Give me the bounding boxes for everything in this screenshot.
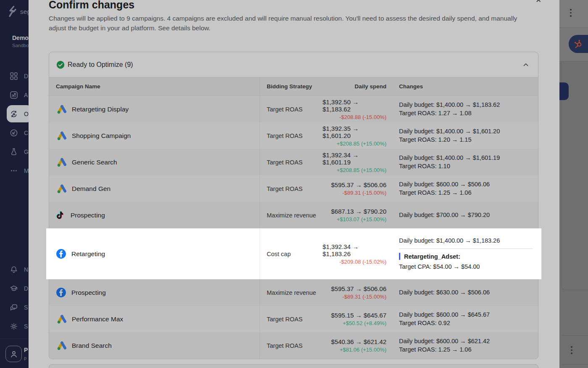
sidebar-item-arrow-circle[interactable]: C [0,123,29,142]
spend-delta: -$208.88 (-15.00%) [339,114,386,120]
daily-spend-cell: $540.36 → $621.42 +$81.06 (+15.00%) [323,332,390,359]
spend-delta: +$103.07 (+15.00%) [336,216,386,222]
sidebar-item-cap[interactable]: D [0,279,29,298]
changes-cell: Daily budget: $600.00 → $506.06Target RO… [390,175,538,202]
more-menu-icon[interactable] [571,346,572,354]
daily-spend-cell: $595.37 → $506.06 -$89.31 (-15.00%) [323,175,390,202]
changes-cell: Daily budget: $1,400.00 → $1,183.62Targe… [390,96,538,122]
daily-spend: $1,392.34 → $1,601.19 [323,151,386,166]
campaign-name: Shopping Campaign [72,132,131,140]
sidebar-item-chat[interactable]: S [0,298,29,317]
workspace-switcher[interactable]: Demo Sandbo [12,34,29,48]
sidebar-item-flask[interactable]: G [0,142,29,161]
daily-spend: $595.37 → $506.06 [331,181,386,188]
table-row[interactable]: Performance Max Target ROAS $595.15 → $6… [49,306,538,332]
daily-spend-cell: $687.13 → $790.20 +$103.07 (+15.00%) [323,202,390,228]
column-header-campaign: Campaign Name [49,83,260,90]
sidebar-item-gear[interactable]: S [0,317,29,336]
change-line: Daily budget: $600.00 → $621.42 [399,337,490,346]
sidebar-item-optimize[interactable]: O [0,104,29,123]
facebook-icon [56,287,66,298]
bidding-strategy: Target ROAS [260,122,323,149]
flask-icon [10,148,18,156]
table-row[interactable]: Generic Search Target ROAS $1,392.34 → $… [49,149,538,175]
section-title: Ready to Optimize (9) [68,61,133,69]
sidebar-item-label: N [24,266,28,273]
sidebar-item-analytics[interactable]: A [0,85,29,104]
table-row[interactable]: Prospecting Maximize revenue $687.13 → $… [49,202,538,228]
cap-icon [10,284,18,293]
table-row[interactable]: Shopping Campaign Target ROAS $1,392.35 … [49,122,538,149]
bidding-strategy: Target ROAS [260,306,323,332]
adset-accent-bar [399,253,400,260]
adset-header: Retargeting_Adset: [399,253,460,260]
table-row[interactable]: Demand Gen Target ROAS $595.37 → $506.06… [49,175,538,202]
daily-spend: $595.15 → $645.67 [331,312,386,319]
daily-spend-cell: $595.37 → $506.06 -$89.31 (-15.00%) [323,279,390,306]
hubspot-sprocket-icon [573,39,584,49]
sidebar-item-bell[interactable]: N [0,260,29,279]
app-root: seg Demo Sandbo DAOCGM NDSS P p [0,0,588,368]
table-body: Retargeting Display Target ROAS $1,392.5… [49,96,538,359]
grid-icon [10,72,18,80]
change-line: Daily budget: $600.00 → $506.06 [399,180,490,189]
changes-cell: Daily budget: $1,400.00 → $1,601.20Targe… [390,122,538,149]
section-header[interactable]: Ready to Optimize (9) [49,52,538,77]
sidebar-item-dots[interactable]: M [0,161,29,180]
spend-delta: +$208.85 (+15.00%) [336,140,386,147]
column-header-bidding: Bidding Strategy [260,77,323,95]
daily-spend-cell: $1,392.35 → $1,601.20 +$208.85 (+15.00%) [323,122,390,149]
table-row[interactable]: Prospecting Maximize revenue $595.37 → $… [49,279,538,306]
sidebar-item-label: M [24,167,29,174]
confirm-changes-modal: ✕ Confirm changes Changes will be applie… [29,0,559,368]
user-name: P [24,347,28,353]
change-line: Target ROAS: 1.25 → 1.06 [399,189,471,197]
chevron-up-icon[interactable] [522,61,529,68]
bell-icon [10,265,18,274]
sidebar-item-label: G [24,148,29,155]
campaign-name: Brand Search [72,342,112,349]
hubspot-widget[interactable] [569,35,588,53]
more-menu-icon[interactable] [570,9,572,17]
google-icon [56,157,67,168]
background-topbar [559,0,588,28]
spend-delta: -$209.08 (-15.02%) [339,259,386,265]
brand-name: seg [20,8,29,15]
column-header-changes: Changes [390,83,538,90]
change-line: Target ROAS: 1.27 → 1.08 [399,109,471,118]
table-row[interactable]: Retargeting Display Target ROAS $1,392.5… [49,96,538,122]
change-line: Daily budget: $1,400.00 → $1,183.26 [399,237,500,245]
sidebar-nav: DAOCGM [0,66,29,180]
dots-icon [10,167,18,175]
daily-spend-cell: $1,392.34 → $1,601.19 +$208.85 (+15.00%) [323,149,390,175]
change-line: Daily budget: $1,400.00 → $1,601.20 [399,127,500,136]
modal-title: Confirm changes [49,0,134,11]
spend-delta: -$89.31 (-15.00%) [342,190,386,196]
changes-cell: Daily budget: $1,400.00 → $1,601.19Targe… [390,149,538,175]
logo: seg [6,5,29,18]
changes-cell: Daily budget: $1,400.00 → $1,183.26Retar… [390,228,538,279]
adset-detail: Target CPA: $54.00 → $54.00 [399,263,480,271]
avatar[interactable] [5,346,22,362]
change-line: Daily budget: $700.00 → $790.20 [399,211,490,220]
background-divider [562,364,588,365]
bidding-strategy: Target ROAS [260,149,323,175]
daily-spend-cell: $1,392.50 → $1,183.62 -$208.88 (-15.00%) [323,96,390,122]
user-subtext: p [24,355,26,360]
close-icon[interactable]: ✕ [534,0,543,5]
gear-icon [10,322,18,331]
table-header: Campaign Name Bidding Strategy Daily spe… [49,77,538,96]
table-row-highlighted[interactable]: Retargeting Cost cap $1,392.34 → $1,183.… [49,228,538,279]
bidding-strategy: Maximize revenue [260,202,323,228]
background-primary-button[interactable] [559,82,569,100]
sidebar-item-label: S [24,304,28,311]
sidebar-item-label: D [24,285,28,292]
change-line: Daily budget: $1,400.00 → $1,601.19 [399,154,500,162]
change-line: Daily budget: $600.00 → $645.67 [399,311,490,319]
table-row[interactable]: Brand Search Target ROAS $540.36 → $621.… [49,332,538,359]
google-icon [56,314,67,325]
chat-icon [10,303,18,312]
next-section-card[interactable] [49,364,538,368]
sidebar-item-grid[interactable]: D [0,66,29,85]
spend-delta: -$89.31 (-15.00%) [342,294,386,300]
